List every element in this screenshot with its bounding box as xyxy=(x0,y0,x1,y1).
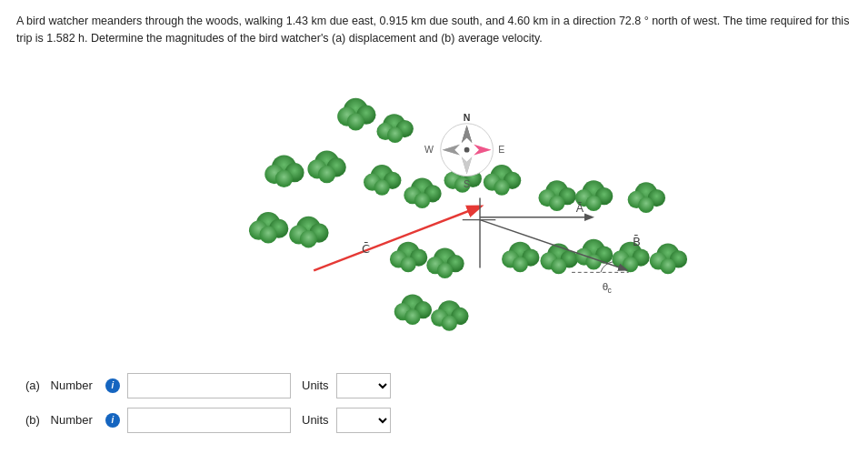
svg-point-23 xyxy=(300,230,317,247)
svg-point-39 xyxy=(494,179,509,195)
units-label-a: Units xyxy=(302,378,329,392)
part-a-label: (a) Number xyxy=(25,378,98,392)
diagram-svg: N S E W C̄ Ā xyxy=(16,56,852,366)
svg-point-3 xyxy=(347,113,364,130)
svg-point-63 xyxy=(551,257,566,273)
part-b-type: Number xyxy=(51,413,93,427)
svg-point-15 xyxy=(318,165,335,182)
theta-c-subscript: c xyxy=(608,286,613,295)
svg-point-97 xyxy=(464,146,470,152)
diagram-area: N S E W C̄ Ā xyxy=(16,56,852,366)
info-icon-a[interactable]: i xyxy=(105,378,120,393)
answer-input-a[interactable] xyxy=(127,373,291,398)
units-label-b: Units xyxy=(302,413,329,427)
compass-N: N xyxy=(464,111,471,122)
units-select-a[interactable]: km m km/h m/s xyxy=(336,373,391,398)
compass-W: W xyxy=(424,144,434,155)
crosshair-group xyxy=(463,197,496,267)
info-icon-b[interactable]: i xyxy=(105,413,120,428)
part-b-text: (b) xyxy=(25,413,40,427)
svg-point-11 xyxy=(275,169,293,187)
compass-E: E xyxy=(498,144,504,155)
part-b-label: (b) Number xyxy=(25,413,98,427)
svg-point-7 xyxy=(387,126,403,142)
svg-point-47 xyxy=(585,195,601,210)
problem-statement: A bird watcher meanders through the wood… xyxy=(16,13,852,47)
svg-point-83 xyxy=(404,308,420,324)
answer-row-b: (b) Number i Units km m km/h m/s xyxy=(25,408,852,433)
vector-A-group: Ā xyxy=(480,201,592,217)
vector-B-label: B̄ xyxy=(633,235,641,248)
svg-point-19 xyxy=(260,226,277,243)
svg-point-31 xyxy=(414,192,430,207)
answer-row-a: (a) Number i Units km m km/h m/s xyxy=(25,373,852,398)
compass-S: S xyxy=(464,178,470,189)
svg-point-43 xyxy=(549,195,564,210)
svg-point-75 xyxy=(638,197,653,212)
answer-rows: (a) Number i Units km m km/h m/s (b) Num… xyxy=(16,373,852,433)
svg-point-55 xyxy=(437,262,453,277)
svg-point-51 xyxy=(400,257,415,272)
svg-point-87 xyxy=(442,315,457,330)
page: A bird watcher meanders through the wood… xyxy=(0,0,868,474)
part-a-type: Number xyxy=(51,378,93,392)
svg-point-59 xyxy=(513,257,528,272)
vector-A-label: Ā xyxy=(576,201,584,214)
part-a-text: (a) xyxy=(25,378,40,392)
problem-text-content: A bird watcher meanders through the wood… xyxy=(16,15,849,45)
units-select-b[interactable]: km m km/h m/s xyxy=(336,408,391,433)
vector-C-label: C̄ xyxy=(362,242,370,256)
svg-point-79 xyxy=(660,257,675,273)
svg-point-27 xyxy=(374,179,390,195)
answer-input-b[interactable] xyxy=(127,408,291,433)
